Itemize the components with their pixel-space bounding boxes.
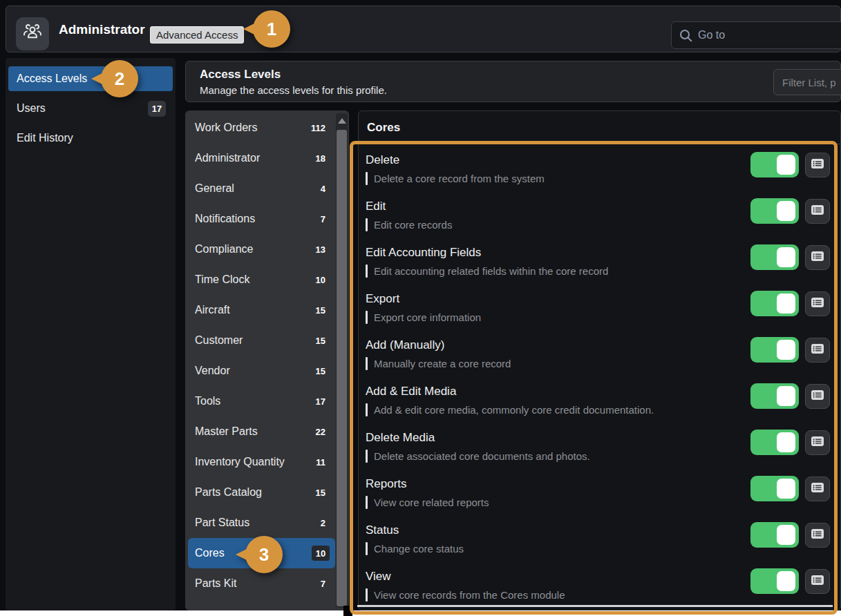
permission-details-button[interactable] xyxy=(805,291,830,316)
people-group-icon xyxy=(21,21,44,46)
permission-toggle[interactable] xyxy=(750,337,799,363)
category-row[interactable]: Customer 15 xyxy=(185,325,335,356)
description-bar xyxy=(366,357,368,370)
category-row[interactable]: Work Orders 112 xyxy=(185,113,335,143)
permission-row: Add (Manually) Manually create a core re… xyxy=(359,332,840,378)
category-row[interactable]: Inventory Quantity 11 xyxy=(185,447,335,477)
category-count: 15 xyxy=(316,336,325,346)
category-row[interactable]: Aircraft 15 xyxy=(185,295,335,325)
list-details-icon xyxy=(811,528,824,542)
permission-name: Add (Manually) xyxy=(366,338,750,352)
section-title: Access Levels xyxy=(200,68,826,81)
permission-description: Add & edit core media, commonly core cre… xyxy=(366,403,750,416)
permission-row: Delete Media Delete associated core docu… xyxy=(359,425,840,471)
category-list: Work Orders 112 Administrator 18 General… xyxy=(185,113,335,599)
permission-description: Delete a core record from the system xyxy=(366,172,750,185)
permission-toggle[interactable] xyxy=(750,291,799,316)
category-row[interactable]: Parts Kit 7 xyxy=(185,568,335,599)
category-label: General xyxy=(195,182,321,195)
permission-toggle[interactable] xyxy=(750,568,799,594)
permission-toggle[interactable] xyxy=(750,244,799,270)
category-label: Parts Kit xyxy=(195,577,321,590)
search-input[interactable] xyxy=(698,22,841,48)
permission-details-button[interactable] xyxy=(805,384,830,409)
permission-details-button[interactable] xyxy=(805,523,830,548)
category-count: 15 xyxy=(316,305,325,316)
toggle-knob xyxy=(777,386,795,406)
permission-details-button[interactable] xyxy=(805,477,830,501)
category-row[interactable]: Notifications 7 xyxy=(185,204,335,234)
category-label: Time Clock xyxy=(195,273,316,286)
category-row[interactable]: Administrator 18 xyxy=(185,143,335,173)
permission-description: View core records from the Cores module xyxy=(366,588,750,601)
category-row[interactable]: Vendor 15 xyxy=(185,356,335,386)
toggle-knob xyxy=(777,247,795,267)
permission-toggle[interactable] xyxy=(750,476,799,501)
sidebar-item[interactable]: Access Levels xyxy=(8,66,173,91)
toggle-knob xyxy=(777,432,795,452)
category-count: 2 xyxy=(321,518,325,528)
category-label: Compliance xyxy=(195,243,316,256)
category-row[interactable]: General 4 xyxy=(185,173,335,204)
permission-toggle[interactable] xyxy=(750,198,799,224)
description-bar xyxy=(366,588,368,601)
filter-list-input[interactable] xyxy=(773,69,841,95)
permission-details-button[interactable] xyxy=(805,153,830,177)
list-details-icon xyxy=(811,389,824,403)
permission-name: Edit Accounting Fields xyxy=(366,246,750,260)
sidebar-item-count: 17 xyxy=(148,101,166,117)
permission-details-button[interactable] xyxy=(805,569,830,594)
list-details-icon xyxy=(811,297,824,311)
vertical-scrollbar[interactable] xyxy=(336,113,348,608)
category-row[interactable]: Cores 10 xyxy=(188,538,335,568)
permission-description: Edit core records xyxy=(366,218,750,231)
toggle-knob xyxy=(777,525,795,545)
global-search[interactable] xyxy=(671,21,841,49)
horizontal-scrollbar[interactable] xyxy=(357,605,833,607)
category-row[interactable]: Master Parts 22 xyxy=(185,416,335,447)
description-bar xyxy=(366,450,368,463)
category-count: 15 xyxy=(316,366,325,376)
category-count: 13 xyxy=(316,244,325,255)
category-list-panel: Work Orders 112 Administrator 18 General… xyxy=(185,110,349,610)
permission-name: Delete Media xyxy=(366,431,750,445)
description-bar xyxy=(366,264,368,278)
category-label: Parts Catalog xyxy=(195,486,316,499)
permission-details-button[interactable] xyxy=(805,245,830,270)
category-row[interactable]: Parts Catalog 15 xyxy=(185,477,335,508)
category-row[interactable]: Compliance 13 xyxy=(185,234,335,264)
permission-row: Status Change core status xyxy=(359,517,840,564)
sidebar-item[interactable]: Users 17 xyxy=(8,96,173,121)
scrollbar-corner xyxy=(343,606,352,616)
permission-description: Manually create a core record xyxy=(366,357,750,370)
category-row[interactable]: Time Clock 10 xyxy=(185,264,335,295)
permission-name: View xyxy=(366,570,750,584)
sidebar-item-label: Edit History xyxy=(17,132,73,144)
permission-details-button[interactable] xyxy=(805,338,830,363)
screenshot-root: Administrator Advanced Access Access Lev… xyxy=(0,0,841,616)
permission-toggle[interactable] xyxy=(750,383,799,409)
category-label: Aircraft xyxy=(195,304,316,316)
permission-description: Edit accounting related fields within th… xyxy=(366,264,750,278)
permission-details-button[interactable] xyxy=(805,199,830,224)
permission-toggle[interactable] xyxy=(750,522,799,548)
permission-row: Edit Accounting Fields Edit accounting r… xyxy=(359,240,840,286)
app-window: Administrator Advanced Access Access Lev… xyxy=(0,0,841,610)
permission-row: Reports View core related reports xyxy=(359,471,840,517)
permission-description: Export core information xyxy=(366,311,750,324)
category-label: Cores xyxy=(195,547,312,559)
permission-toggle[interactable] xyxy=(750,152,799,177)
sidebar-item[interactable]: Edit History xyxy=(8,126,173,151)
category-row[interactable]: Tools 17 xyxy=(185,386,335,416)
category-row[interactable]: Part Status 2 xyxy=(185,508,335,538)
description-bar xyxy=(366,403,368,416)
permission-details-button[interactable] xyxy=(805,430,830,455)
category-count: 11 xyxy=(316,457,325,468)
description-bar xyxy=(366,172,368,185)
permission-toggle[interactable] xyxy=(750,430,799,455)
scrollbar-thumb[interactable] xyxy=(337,130,347,606)
permission-name: Delete xyxy=(366,153,750,167)
category-count: 4 xyxy=(321,184,325,194)
scroll-up-button[interactable] xyxy=(336,113,348,128)
permission-name: Reports xyxy=(366,477,750,491)
